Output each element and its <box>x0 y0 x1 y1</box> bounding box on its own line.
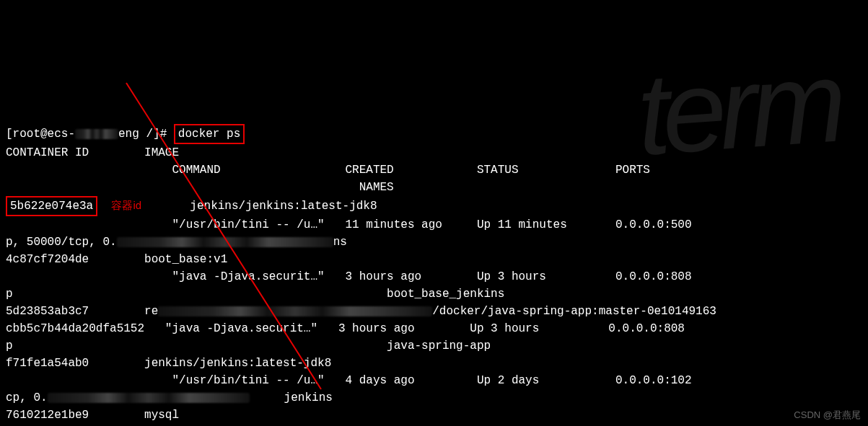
table-row: 5d23853ab3c7 re/docker/java-spring-app:m… <box>6 305 716 318</box>
table-row: p java-spring-app <box>6 340 491 352</box>
table-row: cbb5c7b44da20dfa5152 "java -Djava.securi… <box>6 322 685 335</box>
command-box-dockerps: docker ps <box>174 124 245 144</box>
table-row: cp, 0. jenkins <box>6 391 333 404</box>
table-row: jenkins/jenkins:latest-jdk8 <box>141 200 377 213</box>
shell-prompt: [root@ecs-eng /]# <box>6 128 167 141</box>
table-row: f71fe1a54ab0 jenkins/jenkins:latest-jdk8 <box>6 357 331 370</box>
table-row: p boot_base_jenkins <box>6 288 504 301</box>
table-header: CONTAINER ID IMAGE <box>6 146 179 159</box>
container-id-box: 5b622e074e3a <box>6 196 97 216</box>
table-row: 7610212e1be9 mysql <box>6 409 179 422</box>
table-row: p, 50000/tcp, 0.ns <box>6 236 347 249</box>
table-row: "/usr/bin/tini -- /u…" 4 days ago Up 2 d… <box>6 374 692 387</box>
table-row: 4c87cf7204de boot_base:v1 <box>6 253 227 266</box>
terminal-output: [root@ecs-eng /]# docker ps CONTAINER ID… <box>6 107 862 426</box>
table-header: COMMAND CREATED STATUS PORTS <box>6 164 650 177</box>
csdn-watermark: CSDN @君燕尾 <box>794 408 861 422</box>
table-row: "java -Djava.securit…" 3 hours ago Up 3 … <box>6 270 692 283</box>
table-header: NAMES <box>6 181 394 194</box>
annotation-label: 容器id <box>111 199 141 211</box>
table-row: "/usr/bin/tini -- /u…" 11 minutes ago Up… <box>6 218 692 231</box>
